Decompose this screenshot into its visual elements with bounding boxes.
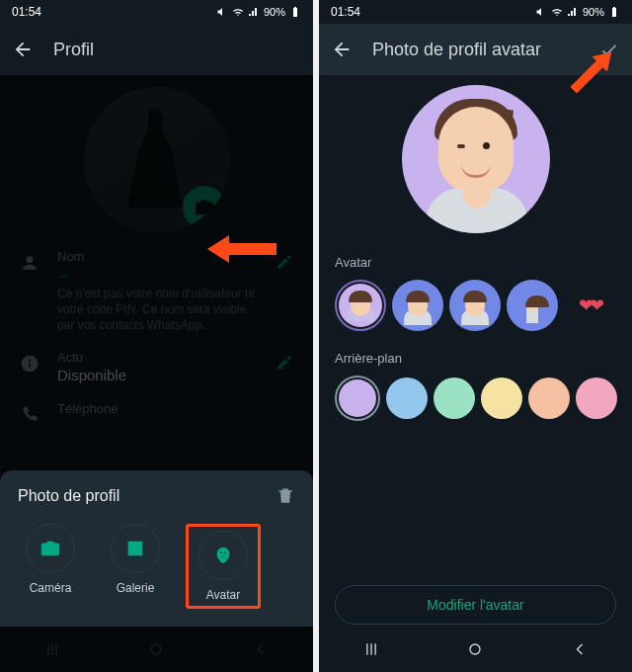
recents-icon[interactable] bbox=[361, 639, 381, 659]
camera-icon bbox=[194, 197, 215, 218]
avatar-section-label: Avatar bbox=[319, 251, 632, 280]
avatar-preview-area bbox=[319, 75, 632, 251]
bg-color-option[interactable] bbox=[528, 378, 570, 419]
delete-icon[interactable] bbox=[276, 486, 295, 506]
status-time: 01:54 bbox=[12, 5, 216, 19]
person-icon bbox=[20, 253, 40, 273]
status-field[interactable]: Actu Disponible bbox=[0, 334, 313, 385]
svg-marker-0 bbox=[207, 235, 276, 263]
battery-icon bbox=[289, 6, 301, 18]
status-right: 90% bbox=[535, 6, 620, 18]
gallery-label: Galerie bbox=[117, 581, 155, 595]
battery-pct: 90% bbox=[264, 6, 285, 18]
change-photo-button[interactable] bbox=[183, 186, 226, 229]
pose-option[interactable] bbox=[449, 280, 501, 331]
screenshot-left: 01:54 90% Profil Nom Ce n bbox=[0, 0, 313, 672]
pose-option[interactable] bbox=[335, 280, 386, 331]
bg-color-option[interactable] bbox=[576, 378, 617, 419]
page-title: Photo de profil avatar bbox=[372, 40, 579, 60]
back-icon[interactable] bbox=[12, 39, 34, 60]
camera-label: Caméra bbox=[30, 581, 72, 595]
avatar-preview bbox=[402, 85, 550, 233]
svg-point-3 bbox=[470, 644, 480, 654]
status-label: Actu bbox=[57, 350, 258, 365]
profile-body: Nom Ce n'est pas votre nom d'utilisateur… bbox=[0, 75, 313, 672]
name-hint: Ce n'est pas votre nom d'utilisateur ni … bbox=[57, 286, 258, 334]
background-section-label: Arrière-plan bbox=[319, 347, 632, 376]
avatar-icon bbox=[212, 545, 234, 566]
status-value: Disponible bbox=[57, 365, 258, 385]
svg-point-1 bbox=[151, 644, 161, 654]
info-icon bbox=[20, 354, 40, 374]
phone-icon bbox=[20, 405, 40, 425]
android-navbar bbox=[0, 627, 313, 672]
screenshot-right: 01:54 90% Photo de profil avatar Avatar bbox=[319, 0, 632, 672]
mute-icon bbox=[535, 6, 547, 18]
camera-action[interactable]: Caméra bbox=[22, 524, 79, 609]
wifi-icon bbox=[551, 6, 563, 18]
back-nav-icon[interactable] bbox=[570, 639, 590, 659]
phone-field: Téléphone bbox=[0, 385, 313, 425]
edit-icon[interactable] bbox=[276, 253, 293, 271]
back-nav-icon[interactable] bbox=[251, 639, 271, 659]
status-bar: 01:54 90% bbox=[0, 0, 313, 24]
annotation-arrow bbox=[207, 231, 276, 267]
signal-icon bbox=[567, 6, 579, 18]
bg-color-option[interactable] bbox=[386, 378, 428, 419]
pose-option[interactable]: ❤❤ bbox=[564, 280, 615, 331]
camera-icon bbox=[40, 538, 61, 559]
status-bar: 01:54 90% bbox=[319, 0, 632, 24]
signal-icon bbox=[248, 6, 260, 18]
wifi-icon bbox=[232, 6, 244, 18]
header: Profil bbox=[0, 24, 313, 75]
avatar-action[interactable]: Avatar bbox=[195, 531, 252, 602]
pose-row: ❤❤ bbox=[319, 280, 632, 347]
battery-pct: 90% bbox=[583, 6, 604, 18]
android-navbar bbox=[319, 627, 632, 672]
recents-icon[interactable] bbox=[42, 639, 62, 659]
mute-icon bbox=[216, 6, 228, 18]
gallery-action[interactable]: Galerie bbox=[107, 524, 164, 609]
phone-label: Téléphone bbox=[57, 401, 293, 416]
battery-icon bbox=[608, 6, 620, 18]
sheet-title: Photo de profil bbox=[18, 487, 119, 505]
pose-option[interactable] bbox=[507, 280, 558, 331]
bg-color-option[interactable] bbox=[335, 376, 380, 421]
avatar-label: Avatar bbox=[206, 588, 240, 602]
home-icon[interactable] bbox=[465, 639, 485, 659]
modify-avatar-label: Modifier l'avatar bbox=[427, 597, 523, 613]
bg-color-option[interactable] bbox=[481, 378, 522, 419]
action-row: Caméra Galerie Avatar bbox=[18, 524, 295, 609]
status-right: 90% bbox=[216, 6, 301, 18]
photo-picker-sheet: Photo de profil Caméra Galerie Avatar bbox=[0, 470, 313, 627]
name-value bbox=[57, 276, 69, 278]
profile-photo-area bbox=[0, 75, 313, 233]
highlight-box: Avatar bbox=[186, 524, 261, 609]
profile-photo[interactable] bbox=[84, 87, 230, 233]
edit-icon[interactable] bbox=[276, 354, 293, 372]
bg-color-option[interactable] bbox=[434, 378, 475, 419]
back-icon[interactable] bbox=[331, 39, 353, 60]
page-title: Profil bbox=[53, 40, 301, 60]
status-time: 01:54 bbox=[331, 5, 535, 19]
home-icon[interactable] bbox=[146, 639, 166, 659]
gallery-icon bbox=[124, 538, 146, 559]
background-row bbox=[319, 376, 632, 437]
pose-option[interactable] bbox=[392, 280, 443, 331]
modify-avatar-button[interactable]: Modifier l'avatar bbox=[335, 585, 616, 625]
